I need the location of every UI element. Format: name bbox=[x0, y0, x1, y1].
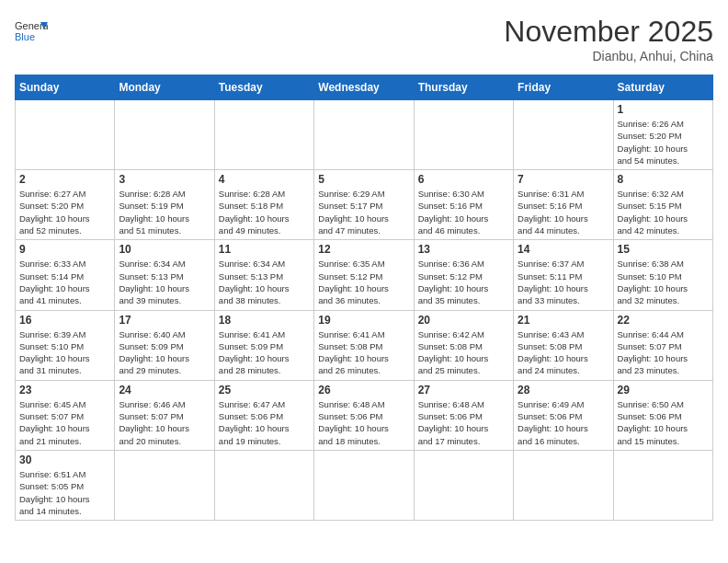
day-of-week-header: Monday bbox=[115, 75, 214, 100]
calendar-cell: 27Sunrise: 6:48 AM Sunset: 5:06 PM Dayli… bbox=[414, 380, 513, 450]
calendar-body: 1Sunrise: 6:26 AM Sunset: 5:20 PM Daylig… bbox=[16, 100, 713, 521]
calendar-cell: 26Sunrise: 6:48 AM Sunset: 5:06 PM Dayli… bbox=[314, 380, 414, 450]
calendar-cell: 30Sunrise: 6:51 AM Sunset: 5:05 PM Dayli… bbox=[16, 450, 115, 520]
day-number: 16 bbox=[19, 314, 110, 327]
cell-info: Sunrise: 6:48 AM Sunset: 5:06 PM Dayligh… bbox=[418, 398, 509, 447]
calendar-cell: 25Sunrise: 6:47 AM Sunset: 5:06 PM Dayli… bbox=[214, 380, 313, 450]
calendar-week-row: 16Sunrise: 6:39 AM Sunset: 5:10 PM Dayli… bbox=[16, 310, 713, 380]
calendar-cell: 5Sunrise: 6:29 AM Sunset: 5:17 PM Daylig… bbox=[314, 170, 414, 240]
day-number: 15 bbox=[618, 243, 709, 256]
calendar-cell: 3Sunrise: 6:28 AM Sunset: 5:19 PM Daylig… bbox=[115, 170, 214, 240]
day-number: 13 bbox=[418, 243, 509, 256]
day-of-week-header: Friday bbox=[514, 75, 613, 100]
day-of-week-header: Tuesday bbox=[214, 75, 313, 100]
calendar-cell: 11Sunrise: 6:34 AM Sunset: 5:13 PM Dayli… bbox=[214, 240, 313, 310]
calendar-cell bbox=[613, 450, 712, 520]
cell-info: Sunrise: 6:42 AM Sunset: 5:08 PM Dayligh… bbox=[418, 328, 509, 377]
day-number: 21 bbox=[518, 314, 609, 327]
day-number: 5 bbox=[318, 173, 409, 186]
cell-info: Sunrise: 6:41 AM Sunset: 5:08 PM Dayligh… bbox=[318, 328, 409, 377]
day-of-week-header: Saturday bbox=[613, 75, 712, 100]
cell-info: Sunrise: 6:43 AM Sunset: 5:08 PM Dayligh… bbox=[518, 328, 609, 377]
cell-info: Sunrise: 6:29 AM Sunset: 5:17 PM Dayligh… bbox=[318, 188, 409, 236]
calendar-cell: 14Sunrise: 6:37 AM Sunset: 5:11 PM Dayli… bbox=[514, 240, 613, 310]
cell-info: Sunrise: 6:32 AM Sunset: 5:15 PM Dayligh… bbox=[618, 188, 709, 236]
day-number: 29 bbox=[618, 384, 709, 396]
cell-info: Sunrise: 6:49 AM Sunset: 5:06 PM Dayligh… bbox=[518, 398, 609, 447]
calendar-cell bbox=[115, 450, 214, 520]
day-number: 12 bbox=[318, 243, 409, 256]
calendar-cell bbox=[115, 100, 214, 170]
cell-info: Sunrise: 6:35 AM Sunset: 5:12 PM Dayligh… bbox=[318, 258, 409, 306]
calendar-cell: 7Sunrise: 6:31 AM Sunset: 5:16 PM Daylig… bbox=[514, 170, 613, 240]
cell-info: Sunrise: 6:39 AM Sunset: 5:10 PM Dayligh… bbox=[19, 328, 110, 377]
cell-info: Sunrise: 6:33 AM Sunset: 5:14 PM Dayligh… bbox=[19, 258, 110, 306]
day-number: 19 bbox=[318, 314, 409, 327]
day-of-week-header: Sunday bbox=[16, 75, 115, 100]
cell-info: Sunrise: 6:28 AM Sunset: 5:18 PM Dayligh… bbox=[219, 188, 310, 236]
day-number: 3 bbox=[119, 173, 210, 186]
day-number: 1 bbox=[618, 103, 709, 116]
day-number: 17 bbox=[119, 314, 210, 327]
logo-icon: General Blue bbox=[15, 15, 48, 48]
cell-info: Sunrise: 6:31 AM Sunset: 5:16 PM Dayligh… bbox=[518, 188, 609, 236]
page-header: General Blue November 2025 Dianbu, Anhui… bbox=[15, 15, 713, 63]
day-number: 14 bbox=[518, 243, 609, 256]
cell-info: Sunrise: 6:28 AM Sunset: 5:19 PM Dayligh… bbox=[119, 188, 210, 236]
calendar-cell: 28Sunrise: 6:49 AM Sunset: 5:06 PM Dayli… bbox=[514, 380, 613, 450]
day-number: 23 bbox=[19, 384, 110, 396]
calendar-cell: 21Sunrise: 6:43 AM Sunset: 5:08 PM Dayli… bbox=[514, 310, 613, 380]
cell-info: Sunrise: 6:27 AM Sunset: 5:20 PM Dayligh… bbox=[19, 188, 110, 236]
day-number: 27 bbox=[418, 384, 509, 396]
month-title: November 2025 bbox=[504, 15, 713, 49]
calendar-cell: 19Sunrise: 6:41 AM Sunset: 5:08 PM Dayli… bbox=[314, 310, 414, 380]
calendar-cell bbox=[514, 450, 613, 520]
calendar-cell: 4Sunrise: 6:28 AM Sunset: 5:18 PM Daylig… bbox=[214, 170, 313, 240]
cell-info: Sunrise: 6:26 AM Sunset: 5:20 PM Dayligh… bbox=[618, 118, 709, 167]
calendar-cell bbox=[414, 100, 513, 170]
day-number: 9 bbox=[19, 243, 110, 256]
calendar-cell: 6Sunrise: 6:30 AM Sunset: 5:16 PM Daylig… bbox=[414, 170, 513, 240]
calendar-cell bbox=[414, 450, 513, 520]
day-number: 4 bbox=[219, 173, 310, 186]
calendar-cell: 12Sunrise: 6:35 AM Sunset: 5:12 PM Dayli… bbox=[314, 240, 414, 310]
cell-info: Sunrise: 6:30 AM Sunset: 5:16 PM Dayligh… bbox=[418, 188, 509, 236]
cell-info: Sunrise: 6:36 AM Sunset: 5:12 PM Dayligh… bbox=[418, 258, 509, 306]
day-number: 6 bbox=[418, 173, 509, 186]
day-number: 25 bbox=[219, 384, 310, 396]
calendar-cell: 24Sunrise: 6:46 AM Sunset: 5:07 PM Dayli… bbox=[115, 380, 214, 450]
day-number: 26 bbox=[318, 384, 409, 396]
title-block: November 2025 Dianbu, Anhui, China bbox=[504, 15, 713, 63]
cell-info: Sunrise: 6:51 AM Sunset: 5:05 PM Dayligh… bbox=[19, 468, 110, 517]
cell-info: Sunrise: 6:40 AM Sunset: 5:09 PM Dayligh… bbox=[119, 328, 210, 377]
calendar-cell: 29Sunrise: 6:50 AM Sunset: 5:06 PM Dayli… bbox=[613, 380, 712, 450]
calendar-cell: 15Sunrise: 6:38 AM Sunset: 5:10 PM Dayli… bbox=[613, 240, 712, 310]
cell-info: Sunrise: 6:34 AM Sunset: 5:13 PM Dayligh… bbox=[119, 258, 210, 306]
cell-info: Sunrise: 6:45 AM Sunset: 5:07 PM Dayligh… bbox=[19, 398, 110, 447]
cell-info: Sunrise: 6:46 AM Sunset: 5:07 PM Dayligh… bbox=[119, 398, 210, 447]
day-number: 20 bbox=[418, 314, 509, 327]
calendar-cell: 16Sunrise: 6:39 AM Sunset: 5:10 PM Dayli… bbox=[16, 310, 115, 380]
calendar-week-row: 30Sunrise: 6:51 AM Sunset: 5:05 PM Dayli… bbox=[16, 450, 713, 520]
day-number: 30 bbox=[19, 454, 110, 466]
calendar-cell bbox=[314, 450, 414, 520]
day-number: 2 bbox=[19, 173, 110, 186]
cell-info: Sunrise: 6:50 AM Sunset: 5:06 PM Dayligh… bbox=[618, 398, 709, 447]
cell-info: Sunrise: 6:48 AM Sunset: 5:06 PM Dayligh… bbox=[318, 398, 409, 447]
calendar-cell bbox=[514, 100, 613, 170]
calendar-cell: 1Sunrise: 6:26 AM Sunset: 5:20 PM Daylig… bbox=[613, 100, 712, 170]
cell-info: Sunrise: 6:38 AM Sunset: 5:10 PM Dayligh… bbox=[618, 258, 709, 306]
calendar-cell: 9Sunrise: 6:33 AM Sunset: 5:14 PM Daylig… bbox=[16, 240, 115, 310]
calendar-cell: 8Sunrise: 6:32 AM Sunset: 5:15 PM Daylig… bbox=[613, 170, 712, 240]
day-number: 8 bbox=[618, 173, 709, 186]
calendar-cell: 2Sunrise: 6:27 AM Sunset: 5:20 PM Daylig… bbox=[16, 170, 115, 240]
day-number: 18 bbox=[219, 314, 310, 327]
day-of-week-header: Wednesday bbox=[314, 75, 414, 100]
calendar-cell: 20Sunrise: 6:42 AM Sunset: 5:08 PM Dayli… bbox=[414, 310, 513, 380]
day-of-week-header: Thursday bbox=[414, 75, 513, 100]
calendar-week-row: 2Sunrise: 6:27 AM Sunset: 5:20 PM Daylig… bbox=[16, 170, 713, 240]
day-number: 24 bbox=[119, 384, 210, 396]
calendar-week-row: 1Sunrise: 6:26 AM Sunset: 5:20 PM Daylig… bbox=[16, 100, 713, 170]
location-subtitle: Dianbu, Anhui, China bbox=[504, 49, 713, 63]
calendar-cell bbox=[16, 100, 115, 170]
